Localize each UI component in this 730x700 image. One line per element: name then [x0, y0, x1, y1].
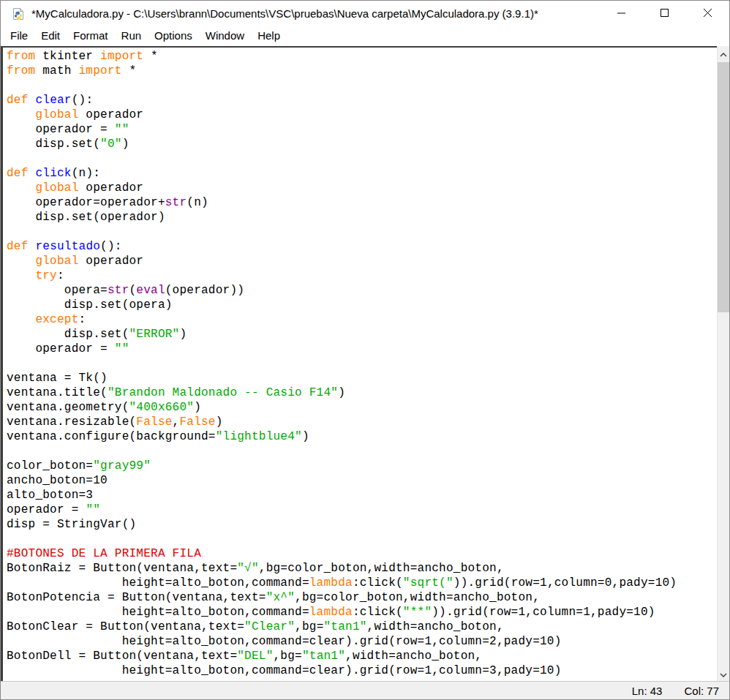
- code-line[interactable]: [7, 532, 717, 546]
- code-line[interactable]: disp.set(opera): [7, 298, 717, 312]
- code-line[interactable]: operador = "": [7, 342, 717, 356]
- code-token: ): [122, 138, 129, 151]
- code-line[interactable]: BotonDell = Button(ventana,text="DEL",bg…: [7, 649, 717, 663]
- code-token: "Clear": [244, 620, 295, 633]
- code-token: tkinter: [35, 50, 100, 63]
- code-line[interactable]: global operador: [7, 181, 717, 195]
- code-line[interactable]: disp.set("0"): [7, 137, 717, 151]
- code-token: ventana.configure(background=: [7, 430, 216, 443]
- code-line[interactable]: global operador: [7, 108, 717, 122]
- maximize-button[interactable]: [643, 1, 686, 26]
- close-button[interactable]: [686, 1, 729, 26]
- code-token: ():: [72, 94, 94, 107]
- code-line[interactable]: try:: [7, 268, 717, 283]
- code-token: "√": [237, 562, 259, 575]
- code-token: resultado: [35, 240, 100, 253]
- code-token: ,: [173, 415, 180, 429]
- code-line[interactable]: ventana.configure(background="lightblue4…: [7, 429, 717, 444]
- code-line[interactable]: BotonClear = Button(ventana,text="Clear"…: [7, 620, 717, 634]
- code-token: ventana.title(: [7, 386, 108, 399]
- minimize-button[interactable]: [600, 1, 643, 26]
- menu-item-help[interactable]: Help: [251, 28, 287, 45]
- code-token: from: [7, 64, 35, 78]
- titlebar[interactable]: *MyCalculadora.py - C:\Users\brann\Docum…: [1, 1, 729, 26]
- code-line[interactable]: #BOTONES DE LA PRIMERA FILA: [7, 546, 717, 561]
- code-line[interactable]: ancho_boton=10: [7, 473, 717, 488]
- code-token: "400x660": [129, 401, 194, 414]
- code-token: "x^": [266, 591, 295, 604]
- code-token: from: [7, 50, 35, 63]
- code-line[interactable]: BotonPotencia = Button(ventana,text="x^"…: [7, 590, 717, 605]
- menu-item-window[interactable]: Window: [199, 28, 251, 45]
- code-line[interactable]: color_boton="gray99": [7, 459, 717, 473]
- code-token: opera=: [7, 284, 108, 297]
- code-token: disp = StringVar(): [7, 518, 136, 531]
- code-token: "gray99": [93, 459, 151, 473]
- code-line[interactable]: ventana.geometry("400x660"): [7, 400, 717, 415]
- code-token: math: [35, 64, 78, 78]
- window-title: *MyCalculadora.py - C:\Users\brann\Docum…: [31, 7, 538, 20]
- scrollbar-down-button[interactable]: [718, 666, 729, 681]
- code-line[interactable]: disp = StringVar(): [7, 517, 717, 532]
- code-line[interactable]: height=alto_boton,command=clear).grid(ro…: [7, 663, 717, 678]
- vertical-scrollbar[interactable]: [717, 46, 729, 681]
- code-token: BotonRaiz = Button(ventana,text=: [7, 562, 237, 575]
- menu-item-file[interactable]: File: [4, 28, 34, 45]
- code-line[interactable]: operador=operador+str(n): [7, 195, 717, 210]
- code-token: (operador)): [165, 284, 244, 297]
- code-line[interactable]: BotonRaiz = Button(ventana,text="√",bg=c…: [7, 561, 717, 576]
- code-token: ): [216, 415, 223, 429]
- code-token: (: [129, 284, 136, 297]
- menu-item-run[interactable]: Run: [115, 28, 148, 45]
- code-line[interactable]: disp.set(operador): [7, 210, 717, 225]
- code-token: "tan1": [323, 620, 366, 633]
- code-token: *: [122, 64, 137, 78]
- code-line[interactable]: def clear():: [7, 93, 717, 108]
- code-line[interactable]: [7, 444, 717, 459]
- code-token: operador: [79, 108, 144, 121]
- menu-item-format[interactable]: Format: [67, 28, 115, 45]
- code-line[interactable]: height=alto_boton,command=lambda:click("…: [7, 576, 717, 590]
- code-token: *: [143, 50, 158, 63]
- code-token: height=alto_boton,command=clear).grid(ro…: [7, 664, 562, 677]
- code-token: False: [179, 415, 215, 429]
- code-line[interactable]: def click(n):: [7, 166, 717, 181]
- menu-item-edit[interactable]: Edit: [34, 28, 67, 45]
- code-token: try: [35, 269, 57, 282]
- code-token: "ERROR": [129, 328, 179, 341]
- code-line[interactable]: def resultado():: [7, 239, 717, 254]
- code-line[interactable]: [7, 356, 717, 371]
- code-token: ,bg=: [295, 620, 323, 633]
- code-line[interactable]: from math import *: [7, 64, 717, 78]
- code-line[interactable]: global operador: [7, 254, 717, 268]
- code-token: "lightblue4": [216, 430, 302, 443]
- code-token: str: [108, 284, 129, 297]
- code-line[interactable]: opera=str(eval(operador)): [7, 283, 717, 298]
- code-line[interactable]: operador = "": [7, 503, 717, 517]
- code-token: )).grid(row=1,column=0,pady=10): [454, 576, 677, 590]
- code-token: "tan1": [302, 650, 345, 663]
- code-line[interactable]: from tkinter import *: [7, 49, 717, 64]
- code-line[interactable]: ventana.resizable(False,False): [7, 415, 717, 429]
- code-token: False: [136, 415, 172, 429]
- code-line[interactable]: [7, 78, 717, 93]
- code-line[interactable]: ventana = Tk(): [7, 371, 717, 385]
- code-token: def: [7, 240, 29, 253]
- menu-item-options[interactable]: Options: [148, 28, 199, 45]
- code-line[interactable]: height=alto_boton,command=clear).grid(ro…: [7, 634, 717, 649]
- code-line[interactable]: [7, 225, 717, 239]
- scrollbar-up-button[interactable]: [718, 46, 729, 61]
- code-line[interactable]: [7, 151, 717, 166]
- code-line[interactable]: alto_boton=3: [7, 488, 717, 503]
- code-token: ): [194, 401, 201, 414]
- code-token: [29, 94, 36, 107]
- code-line[interactable]: disp.set("ERROR"): [7, 327, 717, 342]
- code-area[interactable]: from tkinter import *from math import * …: [1, 46, 717, 681]
- scrollbar-thumb[interactable]: [718, 62, 729, 312]
- code-line[interactable]: operador = "": [7, 122, 717, 137]
- code-line[interactable]: except:: [7, 312, 717, 327]
- code-line[interactable]: height=alto_boton,command=lambda:click("…: [7, 605, 717, 620]
- code-token: ,bg=color_boton,width=ancho_boton,: [259, 562, 504, 575]
- code-line[interactable]: ventana.title("Brandon Maldonado -- Casi…: [7, 385, 717, 400]
- code-token: BotonDell = Button(ventana,text=: [7, 650, 237, 663]
